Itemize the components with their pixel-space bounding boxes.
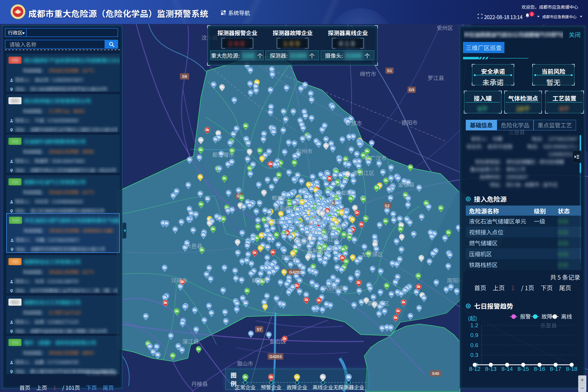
svg-text:S2: S2: [385, 203, 390, 208]
svg-text:锦江区: 锦江区: [323, 235, 339, 243]
svg-text:青白江区: 青白江区: [353, 169, 374, 177]
svg-text:金牛区: 金牛区: [308, 218, 324, 225]
svg-text:龙泉驿区: 龙泉驿区: [361, 250, 383, 258]
svg-text:S1: S1: [387, 68, 392, 73]
svg-text:G5: G5: [409, 87, 414, 92]
svg-text:新津县: 新津县: [252, 276, 268, 284]
svg-text:成华区: 成华区: [328, 223, 345, 231]
svg-text:高新南区: 高新南区: [307, 247, 329, 255]
svg-text:蒲江县: 蒲江县: [182, 337, 199, 345]
svg-text:故障: 故障: [541, 312, 552, 320]
svg-text:S9: S9: [182, 74, 187, 79]
svg-text:新都区: 新都区: [335, 189, 352, 197]
svg-text:(起): (起): [468, 314, 477, 322]
svg-text:S40: S40: [432, 371, 439, 376]
svg-text:0.6: 0.6: [470, 342, 478, 348]
svg-text:彭州市: 彭州市: [296, 147, 313, 155]
svg-text:S7: S7: [257, 327, 262, 332]
svg-text:武侯区: 武侯区: [296, 237, 312, 245]
svg-text:天府新区: 天府新区: [323, 284, 345, 292]
svg-text:德阳市: 德阳市: [401, 118, 418, 126]
svg-text:绵竹市: 绵竹市: [360, 70, 376, 78]
svg-text:双流区: 双流区: [281, 253, 298, 261]
svg-text:安州区: 安州区: [437, 24, 453, 32]
svg-text:大邑县: 大邑县: [186, 242, 202, 250]
svg-text:郫都区: 郫都区: [272, 194, 288, 202]
svg-text:离线: 离线: [561, 312, 572, 320]
svg-text:邛崃市: 邛崃市: [171, 276, 188, 284]
svg-text:金堂县: 金堂县: [398, 180, 414, 188]
svg-text:青羊区: 青羊区: [308, 228, 325, 235]
svg-text:温江区: 温江区: [265, 217, 282, 225]
svg-text:高新西区: 高新西区: [274, 204, 296, 212]
svg-text:0.9: 0.9: [470, 332, 478, 338]
svg-text:广汉市: 广汉市: [370, 154, 387, 162]
svg-text:丹棱县: 丹棱县: [191, 380, 208, 388]
svg-text:高新东区: 高新东区: [367, 299, 389, 307]
svg-text:眉山市: 眉山市: [237, 359, 253, 367]
svg-text:什邡市: 什邡市: [346, 119, 362, 127]
svg-text:罗江县: 罗江县: [428, 74, 444, 82]
svg-text:1.2: 1.2: [470, 322, 478, 328]
svg-text:报警: 报警: [520, 312, 531, 320]
svg-text:0.3: 0.3: [470, 352, 478, 358]
svg-text:彭山区: 彭山区: [270, 337, 286, 345]
svg-text:都江堰市: 都江堰市: [212, 151, 234, 158]
svg-text:G4203: G4203: [269, 354, 281, 359]
